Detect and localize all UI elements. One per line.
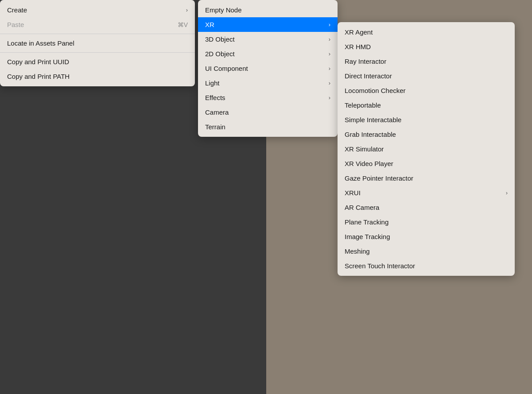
separator-2 [0, 52, 195, 53]
chevron-right-icon-light: › [329, 80, 330, 86]
menu-item-camera[interactable]: Camera [198, 105, 338, 120]
menu-item-xr[interactable]: XR › [198, 17, 338, 32]
menu-item-effects-label: Effects [205, 94, 225, 101]
menu-item-3d-object[interactable]: 3D Object › [198, 32, 338, 46]
menu-item-plane-tracking-label: Plane Tracking [345, 218, 388, 226]
menu-item-meshing[interactable]: Meshing [338, 244, 515, 259]
menu-item-camera-label: Camera [205, 108, 229, 116]
menu-item-create-label: Create [7, 6, 27, 14]
menu-item-gaze-pointer-interactor[interactable]: Gaze Pointer Interactor [338, 171, 515, 185]
menu-item-xr-simulator-label: XR Simulator [345, 145, 384, 153]
chevron-right-icon-xr: › [329, 21, 330, 28]
menu-item-gaze-pointer-interactor-label: Gaze Pointer Interactor [345, 174, 413, 182]
chevron-right-icon-ui: › [329, 65, 330, 72]
menu-item-2d-object[interactable]: 2D Object › [198, 46, 338, 61]
menu-item-ar-camera[interactable]: AR Camera [338, 200, 515, 215]
menu-item-copy-path[interactable]: Copy and Print PATH [0, 69, 195, 84]
menu-item-copy-uuid[interactable]: Copy and Print UUID [0, 54, 195, 69]
menu-item-screen-touch-interactor[interactable]: Screen Touch Interactor [338, 259, 515, 273]
chevron-right-icon-2d: › [329, 50, 330, 57]
menu-item-xr-hmd-label: XR HMD [345, 43, 371, 50]
menu-item-plane-tracking[interactable]: Plane Tracking [338, 215, 515, 229]
menu-item-xr-hmd[interactable]: XR HMD [338, 39, 515, 54]
menu-item-xrui-label: XRUI [345, 189, 361, 197]
menu-item-locate-assets[interactable]: Locate in Assets Panel [0, 36, 195, 50]
menu-item-ui-component-label: UI Component [205, 65, 248, 72]
menu-item-empty-node[interactable]: Empty Node [198, 3, 338, 17]
menu-item-xr-label: XR [205, 21, 214, 28]
menu-item-terrain-label: Terrain [205, 123, 225, 131]
menu-item-direct-interactor-label: Direct Interactor [345, 72, 392, 80]
menu-item-direct-interactor[interactable]: Direct Interactor [338, 69, 515, 83]
menu-item-locate-assets-label: Locate in Assets Panel [7, 39, 74, 47]
menu-item-xr-video-player-label: XR Video Player [345, 160, 393, 167]
menu-item-image-tracking[interactable]: Image Tracking [338, 229, 515, 244]
menu-item-ar-camera-label: AR Camera [345, 204, 379, 211]
menu-item-xrui[interactable]: XRUI › [338, 185, 515, 200]
context-menu-xr: XR Agent XR HMD Ray Interactor Direct In… [338, 22, 515, 276]
menu-item-locomotion-checker-label: Locomotion Checker [345, 87, 406, 94]
chevron-right-icon: › [186, 7, 188, 13]
menu-item-simple-interactable-label: Simple Interactable [345, 116, 401, 124]
menu-item-create[interactable]: Create › [0, 3, 195, 17]
menu-item-2d-object-label: 2D Object [205, 50, 235, 58]
menu-item-grab-interactable-label: Grab Interactable [345, 131, 396, 138]
menu-item-simple-interactable[interactable]: Simple Interactable [338, 112, 515, 127]
menu-item-light-label: Light [205, 79, 220, 87]
menu-item-ray-interactor-label: Ray Interactor [345, 58, 386, 65]
menu-item-meshing-label: Meshing [345, 247, 370, 255]
menu-item-paste-label: Paste [7, 21, 24, 28]
menu-item-grab-interactable[interactable]: Grab Interactable [338, 127, 515, 142]
menu-item-screen-touch-interactor-label: Screen Touch Interactor [345, 262, 415, 270]
menu-item-teleportable[interactable]: Teleportable [338, 98, 515, 112]
paste-shortcut: ⌘V [178, 21, 188, 28]
chevron-right-icon-xrui: › [506, 189, 508, 196]
menu-item-copy-uuid-label: Copy and Print UUID [7, 58, 69, 66]
context-menu-nodes: Empty Node XR › 3D Object › 2D Object › … [198, 0, 338, 137]
menu-item-ui-component[interactable]: UI Component › [198, 61, 338, 76]
menu-item-xr-agent-label: XR Agent [345, 28, 373, 36]
menu-item-teleportable-label: Teleportable [345, 101, 381, 109]
chevron-right-icon-3d: › [329, 36, 330, 42]
menu-item-xr-simulator[interactable]: XR Simulator [338, 142, 515, 156]
menu-item-terrain[interactable]: Terrain [198, 120, 338, 134]
context-menu-create: Create › Paste ⌘V Locate in Assets Panel… [0, 0, 195, 86]
menu-item-xr-agent[interactable]: XR Agent [338, 25, 515, 39]
menu-item-image-tracking-label: Image Tracking [345, 233, 390, 240]
menu-item-empty-node-label: Empty Node [205, 6, 242, 14]
menu-item-paste[interactable]: Paste ⌘V [0, 17, 195, 32]
menu-item-3d-object-label: 3D Object [205, 35, 235, 43]
menu-item-ray-interactor[interactable]: Ray Interactor [338, 54, 515, 69]
menu-item-xr-video-player[interactable]: XR Video Player [338, 156, 515, 171]
menu-item-copy-path-label: Copy and Print PATH [7, 73, 70, 80]
menu-item-light[interactable]: Light › [198, 76, 338, 90]
menu-item-effects[interactable]: Effects › [198, 90, 338, 105]
chevron-right-icon-effects: › [329, 94, 330, 101]
separator-1 [0, 34, 195, 34]
menu-item-locomotion-checker[interactable]: Locomotion Checker [338, 83, 515, 98]
